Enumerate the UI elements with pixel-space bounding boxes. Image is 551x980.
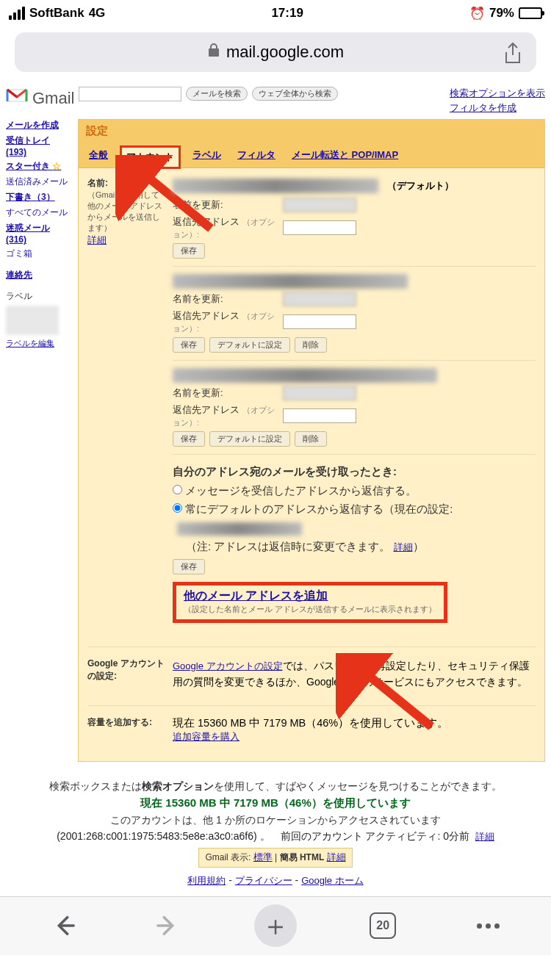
reply-save-btn[interactable]: 保存 <box>173 559 205 574</box>
gmail-logo[interactable]: Gmail <box>6 87 74 109</box>
gmail-display-mode: Gmail 表示: 標準 | 簡易 HTML 詳細 <box>198 848 352 868</box>
nav-forward-button[interactable] <box>149 907 187 945</box>
save-btn-3[interactable]: 保存 <box>173 431 205 447</box>
gmail-m-icon <box>6 87 28 109</box>
signal-icon <box>9 7 25 20</box>
reply-to-input-3[interactable] <box>283 408 356 423</box>
google-home-link[interactable]: Google ホーム <box>301 875 364 886</box>
delete-btn-2[interactable]: 削除 <box>295 337 327 353</box>
sidebar-trash[interactable]: ゴミ箱 <box>6 248 71 260</box>
gmail-logo-text: Gmail <box>32 89 74 108</box>
footer-detail-link[interactable]: 詳細 <box>475 831 494 842</box>
create-filter-link[interactable]: フィルタを作成 <box>450 101 545 115</box>
name-input-1[interactable] <box>283 198 356 212</box>
set-default-btn-2[interactable]: デフォルトに設定 <box>209 337 290 353</box>
set-default-btn-3[interactable]: デフォルトに設定 <box>209 431 290 447</box>
reply-opt2[interactable]: 常にデフォルトのアドレスから返信する（現在の設定: <box>173 502 453 515</box>
display-standard-link[interactable]: 標準 <box>253 851 273 862</box>
account-email-blurred <box>173 274 408 289</box>
sidebar-labels-heading: ラベル <box>6 290 71 303</box>
sidebar-all[interactable]: すべてのメール <box>6 206 71 219</box>
sidebar-compose[interactable]: メールを作成 <box>6 119 71 131</box>
reply-heading: 自分のアドレス宛のメールを受け取ったとき: <box>173 465 397 478</box>
add-address-box: 他のメール アドレスを追加 （設定した名前とメール アドレスが送信するメールに表… <box>173 582 447 623</box>
google-account-link[interactable]: Google アカウントの設定 <box>173 660 283 671</box>
search-web-button[interactable]: ウェブ全体から検索 <box>252 87 338 101</box>
search-mail-button[interactable]: メールを検索 <box>186 87 248 101</box>
ios-status-bar: SoftBank 4G 17:19 ⏰ 79% <box>0 0 551 26</box>
sidebar-inbox[interactable]: 受信トレイ (193) <box>6 134 71 157</box>
tab-filter[interactable]: フィルタ <box>233 145 280 167</box>
default-tag: （デフォルト） <box>387 179 454 192</box>
tab-forwarding[interactable]: メール転送と POP/IMAP <box>287 145 403 167</box>
nav-tabs-button[interactable]: 20 <box>364 907 402 945</box>
alarm-icon: ⏰ <box>469 6 485 21</box>
storage-usage: 現在 15360 MB 中 7179 MB（46%）を使用しています。 <box>173 717 448 729</box>
current-default-blurred <box>177 522 302 536</box>
reply-detail-link[interactable]: 詳細 <box>394 541 413 552</box>
tos-link[interactable]: 利用規約 <box>187 875 226 886</box>
page-footer: 検索ボックスまたは検索オプションを使用して、すばやくメッセージを見つけることがで… <box>0 769 551 896</box>
update-name-label: 名前を更新: <box>173 198 277 212</box>
star-icon: ☆ <box>52 161 61 171</box>
reply-to-input-2[interactable] <box>283 314 356 329</box>
account-email-blurred <box>173 179 378 193</box>
safari-bottom-nav: ＋ 20 <box>0 896 551 955</box>
reply-to-input-1[interactable] <box>283 220 356 235</box>
privacy-link[interactable]: プライバシー <box>235 875 292 886</box>
sidebar-contacts[interactable]: 連絡先 <box>6 269 71 281</box>
section-label-storage: 容量を追加する: <box>87 716 165 743</box>
tab-account[interactable]: アカウント <box>120 145 181 169</box>
reply-to-label: 返信先アドレス <box>173 216 240 227</box>
lock-icon <box>207 43 220 62</box>
sidebar-spam[interactable]: 迷惑メール (316) <box>6 222 71 245</box>
name-detail-link[interactable]: 詳細 <box>87 234 107 245</box>
label-item-blurred[interactable] <box>6 306 59 335</box>
sidebar-edit-labels[interactable]: ラベルを編集 <box>6 338 71 349</box>
tab-general[interactable]: 全般 <box>84 145 112 167</box>
settings-title: 設定 <box>79 120 544 143</box>
clock: 17:19 <box>271 6 303 21</box>
section-label-gaccount: Google アカウントの設定: <box>87 657 165 691</box>
sidebar-starred[interactable]: スター付き ☆ <box>6 160 71 173</box>
save-btn-2[interactable]: 保存 <box>173 337 205 353</box>
battery-icon <box>519 7 542 19</box>
sidebar-drafts[interactable]: 下書き（3） <box>6 191 71 203</box>
footer-access: このアカウントは、他 1 か所のロケーションからアクセスされています <box>29 812 522 828</box>
name-input-2[interactable] <box>283 292 356 306</box>
battery-pct: 79% <box>489 6 514 21</box>
sidebar: メールを作成 受信トレイ (193) スター付き ☆ 送信済みメール 下書き（3… <box>6 119 71 762</box>
network-label: 4G <box>89 6 106 21</box>
sidebar-sent[interactable]: 送信済みメール <box>6 176 71 188</box>
carrier-label: SoftBank <box>29 6 84 21</box>
url-host: mail.google.com <box>226 43 344 62</box>
section-label-name: 名前: （Gmail を使用して他のメール アドレスからメールを送信します） 詳… <box>87 177 165 632</box>
display-detail-link[interactable]: 詳細 <box>327 851 346 862</box>
nav-back-button[interactable] <box>44 907 82 945</box>
delete-btn-3[interactable]: 削除 <box>295 431 327 447</box>
buy-storage-link[interactable]: 追加容量を購入 <box>173 731 240 742</box>
update-name-label: 名前を更新: <box>173 386 277 400</box>
tab-labels[interactable]: ラベル <box>188 145 226 167</box>
save-btn-1[interactable]: 保存 <box>173 243 205 259</box>
add-address-link[interactable]: 他のメール アドレスを追加 <box>184 589 328 602</box>
settings-panel: 設定 全般 アカウント ラベル フィルタ メール転送と POP/IMAP 名前:… <box>78 119 545 762</box>
update-name-label: 名前を更新: <box>173 292 277 306</box>
search-input[interactable] <box>79 87 181 101</box>
footer-storage: 現在 15360 MB 中 7179 MB（46%）を使用しています <box>29 794 522 812</box>
name-input-3[interactable] <box>283 386 356 400</box>
add-address-sub: （設定した名前とメール アドレスが送信するメールに表示されます） <box>184 604 436 615</box>
safari-url-bar[interactable]: mail.google.com <box>15 32 536 72</box>
settings-tabs: 全般 アカウント ラベル フィルタ メール転送と POP/IMAP <box>79 143 544 168</box>
share-icon[interactable] <box>503 42 523 62</box>
nav-new-tab-button[interactable]: ＋ <box>254 904 297 947</box>
advanced-search-link[interactable]: 検索オプションを表示 <box>450 87 545 100</box>
nav-menu-button[interactable] <box>469 907 507 945</box>
reply-opt1[interactable]: メッセージを受信したアドレスから返信する。 <box>173 484 417 497</box>
account-email-blurred <box>173 368 437 383</box>
